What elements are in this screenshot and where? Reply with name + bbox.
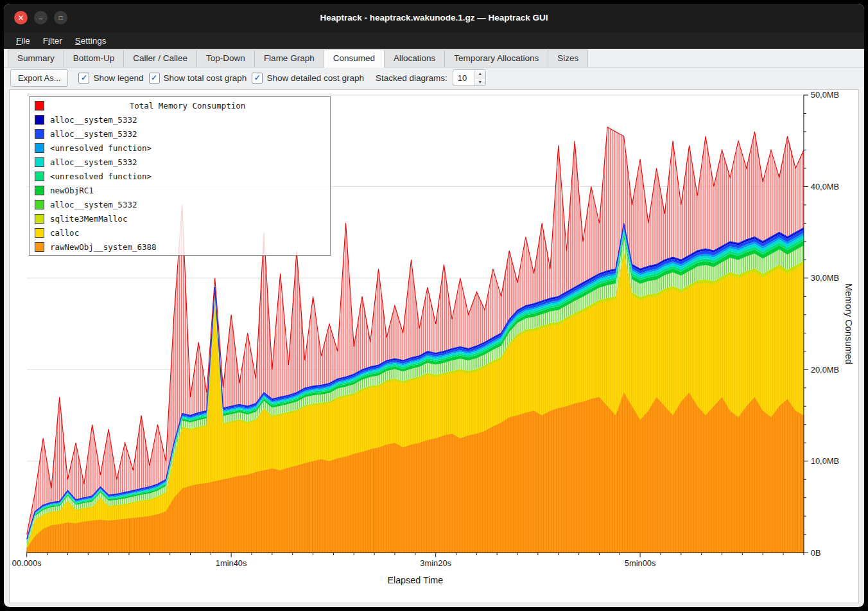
checkbox-show-detailed-cost-graph[interactable]: ✓Show detailed cost graph bbox=[252, 73, 364, 84]
tab-summary[interactable]: Summary bbox=[8, 49, 64, 67]
legend-label: alloc__system_5332 bbox=[50, 129, 137, 139]
legend-swatch bbox=[35, 143, 44, 153]
menu-filter[interactable]: Filter bbox=[37, 34, 68, 48]
legend-title: Total Memory Consumption bbox=[50, 101, 325, 111]
legend-item: calloc bbox=[30, 226, 330, 240]
x-axis-label: Elapsed Time bbox=[387, 575, 443, 585]
export-as-button[interactable]: Export As... bbox=[10, 69, 68, 87]
legend-swatch bbox=[35, 214, 44, 224]
legend-label: alloc__system_5332 bbox=[50, 157, 137, 167]
menu-file[interactable]: File bbox=[10, 34, 36, 48]
stacked-diagrams-spinbox[interactable]: 10 ▲ ▼ bbox=[453, 69, 486, 86]
legend-item: alloc__system_5332 bbox=[30, 155, 330, 169]
checkmark-icon: ✓ bbox=[252, 73, 263, 84]
legend-swatch bbox=[35, 186, 44, 195]
legend-item: sqlite3MemMalloc bbox=[30, 211, 330, 226]
chart-legend: Total Memory Consumptionalloc__system_53… bbox=[29, 96, 331, 256]
toolbar: Export As... ✓Show legend✓Show total cos… bbox=[4, 67, 864, 88]
x-tick-label: 3min20s bbox=[420, 558, 451, 568]
legend-swatch bbox=[35, 200, 44, 209]
tab-caller-callee[interactable]: Caller / Callee bbox=[123, 49, 197, 67]
legend-swatch bbox=[35, 157, 44, 167]
legend-item: alloc__system_5332 bbox=[30, 197, 330, 211]
tab-flame-graph[interactable]: Flame Graph bbox=[254, 49, 324, 67]
x-tick-label: 00.000s bbox=[12, 558, 42, 568]
legend-title-row: Total Memory Consumption bbox=[30, 98, 330, 112]
spinner-buttons: ▲ ▼ bbox=[474, 70, 485, 85]
checkbox-label: Show detailed cost graph bbox=[266, 73, 364, 83]
stacked-diagrams-value: 10 bbox=[453, 70, 474, 85]
tab-bar: SummaryBottom-UpCaller / CalleeTop-DownF… bbox=[4, 49, 864, 67]
checkbox-label: Show legend bbox=[93, 73, 143, 83]
tab-allocations[interactable]: Allocations bbox=[384, 49, 445, 67]
legend-swatch bbox=[35, 172, 44, 181]
legend-label: <unresolved function> bbox=[50, 172, 152, 181]
x-tick-label: 1min40s bbox=[216, 558, 247, 568]
tab-temporary-allocations[interactable]: Temporary Allocations bbox=[444, 49, 548, 67]
legend-label: <unresolved function> bbox=[50, 143, 152, 153]
legend-item: rawNewObj__system_6388 bbox=[30, 240, 330, 254]
stacked-diagrams-label: Stacked diagrams: bbox=[376, 73, 447, 83]
y-tick-label: 10,0MB bbox=[811, 456, 839, 466]
legend-label: calloc bbox=[50, 228, 79, 238]
checkbox-label: Show total cost graph bbox=[164, 73, 247, 83]
y-tick-label: 0B bbox=[811, 548, 821, 558]
chart-area[interactable]: 00.000s1min40s3min20s5min00s0B10,0MB20,0… bbox=[9, 89, 859, 603]
legend-swatch bbox=[35, 242, 44, 252]
y-axis-label: Memory Consumed bbox=[844, 283, 854, 364]
legend-item: alloc__system_5332 bbox=[30, 112, 330, 127]
legend-item: <unresolved function> bbox=[30, 141, 330, 155]
tab-top-down[interactable]: Top-Down bbox=[196, 49, 255, 67]
maximize-icon[interactable]: □ bbox=[54, 11, 67, 24]
legend-label: rawNewObj__system_6388 bbox=[50, 242, 157, 252]
spin-up-icon[interactable]: ▲ bbox=[475, 70, 485, 78]
tab-consumed[interactable]: Consumed bbox=[324, 49, 385, 67]
y-tick-label: 30,0MB bbox=[811, 273, 839, 283]
legend-item: <unresolved function> bbox=[30, 169, 330, 183]
legend-item: alloc__system_5332 bbox=[30, 127, 330, 141]
app-window: ✕ – □ Heaptrack - heaptrack.wakunode.1.g… bbox=[4, 4, 864, 607]
menubar: FileFilterSettings bbox=[4, 32, 864, 49]
y-tick-label: 50,0MB bbox=[811, 90, 839, 100]
legend-label: sqlite3MemMalloc bbox=[50, 214, 127, 224]
close-icon[interactable]: ✕ bbox=[14, 11, 28, 24]
y-tick-label: 20,0MB bbox=[811, 365, 839, 375]
legend-swatch bbox=[35, 228, 44, 238]
checkmark-icon: ✓ bbox=[149, 73, 160, 84]
legend-swatch bbox=[35, 115, 44, 125]
y-tick-label: 40,0MB bbox=[811, 182, 839, 191]
titlebar: ✕ – □ Heaptrack - heaptrack.wakunode.1.g… bbox=[4, 4, 864, 32]
checkbox-show-legend[interactable]: ✓Show legend bbox=[78, 73, 143, 84]
checkmark-icon: ✓ bbox=[78, 73, 89, 84]
x-tick-label: 5min00s bbox=[625, 558, 656, 568]
checkbox-show-total-cost-graph[interactable]: ✓Show total cost graph bbox=[149, 73, 247, 84]
menu-settings[interactable]: Settings bbox=[69, 34, 112, 48]
toolbar-checkboxes: ✓Show legend✓Show total cost graph✓Show … bbox=[73, 73, 364, 84]
legend-label: alloc__system_5332 bbox=[50, 115, 137, 125]
spin-down-icon[interactable]: ▼ bbox=[475, 78, 485, 86]
tab-sizes[interactable]: Sizes bbox=[548, 49, 588, 67]
legend-swatch bbox=[35, 129, 44, 139]
window-title: Heaptrack - heaptrack.wakunode.1.gz — He… bbox=[87, 4, 781, 32]
tab-bottom-up[interactable]: Bottom-Up bbox=[64, 49, 125, 67]
legend-label: alloc__system_5332 bbox=[50, 200, 137, 209]
legend-label: newObjRC1 bbox=[50, 186, 94, 195]
legend-item: newObjRC1 bbox=[30, 183, 330, 197]
minimize-icon[interactable]: – bbox=[34, 11, 48, 24]
legend-swatch-total bbox=[35, 101, 44, 111]
